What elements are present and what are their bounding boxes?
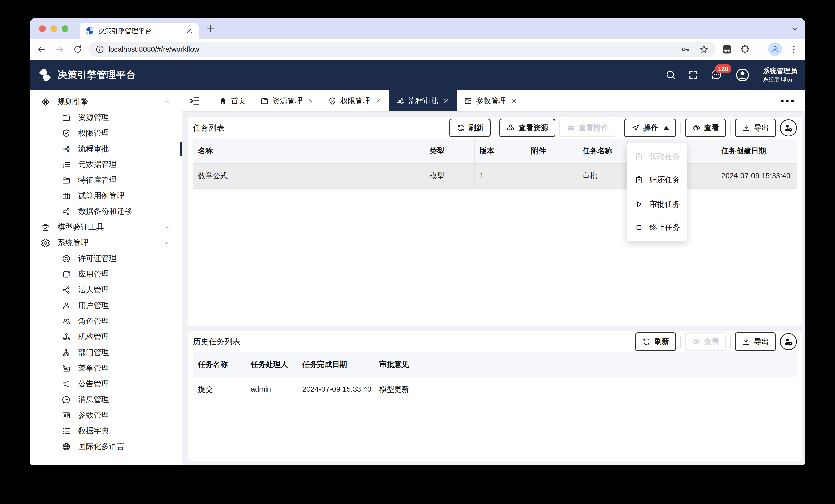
sidebar-item-data-backup-migration[interactable]: 数据备份和迁移 bbox=[30, 204, 182, 219]
briefcase-fill-icon bbox=[566, 124, 575, 132]
sidebar-item-parameter-management[interactable]: 参数管理 bbox=[30, 407, 182, 423]
table-cell: 2024-07-09 15:33:40 bbox=[716, 163, 797, 188]
table-cell bbox=[526, 163, 577, 188]
view-resource-button[interactable]: 查看资源 bbox=[499, 119, 555, 137]
close-tab-icon[interactable] bbox=[186, 27, 193, 35]
messages-button[interactable]: 120 bbox=[710, 68, 722, 82]
menu-item-terminate-task[interactable]: 终止任务 bbox=[627, 216, 687, 239]
view-button: 查看 bbox=[685, 332, 726, 351]
minimize-window-button[interactable] bbox=[50, 25, 57, 32]
sidebar-item-label: 应用管理 bbox=[78, 269, 109, 279]
new-tab-button[interactable] bbox=[205, 24, 216, 34]
zoom-window-button[interactable] bbox=[62, 25, 68, 32]
app-logo-swirl-icon bbox=[38, 67, 53, 82]
folder-icon bbox=[62, 113, 71, 122]
column-settings-button[interactable] bbox=[780, 333, 797, 350]
column-settings-button[interactable] bbox=[780, 120, 797, 136]
bookmark-star-icon[interactable] bbox=[699, 44, 709, 55]
menu-item-return-task[interactable]: 归还任务 bbox=[627, 168, 687, 191]
forward-icon[interactable] bbox=[55, 44, 65, 55]
task-list-panel: 任务列表 刷新查看资源查看附件操作查看导出 名称类型版本附件任务名称任务处理人任… bbox=[188, 117, 802, 326]
download-icon bbox=[742, 124, 750, 132]
close-tab-icon[interactable] bbox=[443, 98, 449, 104]
collapse-sidebar-icon[interactable] bbox=[189, 95, 201, 107]
screenshot-stage: 决策引擎管理平台 localhost:8080/#/re/workflow bbox=[0, 0, 835, 504]
history-toolbar: 刷新查看导出 bbox=[635, 332, 797, 351]
macos-traffic-lights bbox=[39, 25, 68, 32]
search-icon[interactable] bbox=[665, 69, 676, 81]
menu-item-label: 终止任务 bbox=[649, 222, 680, 233]
more-tabs-icon[interactable] bbox=[781, 100, 794, 103]
back-icon[interactable] bbox=[37, 44, 47, 55]
sidebar-item-trial-case-management[interactable]: 试算用例管理 bbox=[30, 188, 182, 204]
address-bar[interactable]: localhost:8080/#/re/workflow bbox=[88, 42, 716, 57]
export-button[interactable]: 导出 bbox=[735, 332, 776, 351]
reload-icon[interactable] bbox=[73, 44, 83, 55]
close-tab-icon[interactable] bbox=[307, 98, 314, 104]
user-role: 系统管理员 bbox=[763, 76, 797, 83]
sidebar-item-feature-library[interactable]: 特征库管理 bbox=[30, 172, 182, 188]
sidebar-item-license-management[interactable]: 许可证管理 bbox=[30, 251, 182, 266]
sidebar: 规则引擎资源管理权限管理流程审批123元数据管理特征库管理试算用例管理数据备份和… bbox=[30, 90, 182, 465]
sidebar-item-i18n-languages[interactable]: 国际化多语言 bbox=[30, 439, 182, 455]
sidebar-item-user-management[interactable]: 用户管理 bbox=[30, 298, 182, 313]
export-button[interactable]: 导出 bbox=[735, 119, 776, 137]
button-label: 查看附件 bbox=[579, 123, 609, 133]
view-button[interactable]: 查看 bbox=[685, 119, 726, 137]
site-info-icon[interactable] bbox=[95, 45, 104, 54]
sidebar-item-permission-management[interactable]: 权限管理 bbox=[30, 125, 182, 141]
menu-item-approve-task[interactable]: 审批任务 bbox=[627, 193, 687, 216]
dept-icon bbox=[62, 348, 71, 357]
refresh-button[interactable]: 刷新 bbox=[449, 119, 490, 137]
tab-resource-management[interactable]: 资源管理 bbox=[253, 90, 321, 111]
tab-label: 流程审批 bbox=[408, 96, 438, 106]
close-tab-icon[interactable] bbox=[375, 98, 382, 104]
tab-home[interactable]: 首页 bbox=[211, 90, 253, 111]
browser-tab[interactable]: 决策引擎管理平台 bbox=[80, 23, 199, 39]
sidebar-item-data-dictionary[interactable]: 数据字典 bbox=[30, 423, 182, 439]
sidebar-section-model-validation-tools[interactable]: 模型验证工具 bbox=[30, 219, 182, 235]
sidebar-item-announcement-management[interactable]: 公告管理 bbox=[30, 376, 182, 392]
column-header: 任务创建日期 bbox=[716, 139, 797, 163]
action-button[interactable]: 操作 bbox=[624, 119, 676, 137]
sidebar-item-legal-entity-management[interactable]: 法人管理 bbox=[30, 282, 182, 298]
sidebar-item-metadata-management[interactable]: 123元数据管理 bbox=[30, 157, 182, 172]
sidebar-item-application-management[interactable]: 应用管理 bbox=[30, 266, 182, 282]
page-tabs: 首页资源管理权限管理流程审批参数管理 bbox=[211, 90, 525, 111]
sidebar-section-rule-engine[interactable]: 规则引擎 bbox=[30, 94, 182, 110]
play-icon bbox=[634, 200, 643, 209]
flower-icon bbox=[41, 97, 50, 107]
sidebar-item-role-management[interactable]: 角色管理 bbox=[30, 313, 182, 329]
sidebar-section-system-management[interactable]: 系统管理 bbox=[30, 235, 182, 251]
chrome-profile-avatar[interactable] bbox=[768, 42, 782, 56]
shield-check-icon bbox=[328, 97, 337, 105]
password-key-icon[interactable] bbox=[680, 44, 691, 55]
chrome-menu-dots-icon[interactable] bbox=[789, 45, 798, 54]
user-avatar-icon[interactable] bbox=[734, 67, 750, 83]
tab-parameter-management[interactable]: 参数管理 bbox=[456, 90, 525, 111]
table-row[interactable]: 数学公式模型1审批2024-07-09 15:33:40 bbox=[193, 163, 797, 188]
toolbar-divider bbox=[619, 122, 620, 134]
tab-search-chevron-icon[interactable] bbox=[790, 24, 799, 33]
close-window-button[interactable] bbox=[39, 25, 46, 32]
sidebar-item-department-management[interactable]: 部门管理 bbox=[30, 345, 182, 360]
tab-permission-management[interactable]: 权限管理 bbox=[321, 90, 389, 111]
stop-icon bbox=[634, 223, 643, 232]
extensions-puzzle-icon[interactable] bbox=[740, 44, 750, 55]
extension-shortcut-icon[interactable] bbox=[721, 44, 733, 55]
sidebar-item-organization-management[interactable]: 机构管理 bbox=[30, 329, 182, 345]
table-cell: 提交 bbox=[193, 377, 245, 402]
tab-workflow-approval[interactable]: 流程审批 bbox=[389, 90, 456, 111]
chevron-up-icon bbox=[163, 240, 170, 246]
table-row[interactable]: 提交admin2024-07-09 15:33:40模型更新 bbox=[193, 377, 797, 402]
sidebar-item-resource-management[interactable]: 资源管理 bbox=[30, 110, 182, 125]
sidebar-item-message-management[interactable]: 消息管理 bbox=[30, 392, 182, 407]
close-tab-icon[interactable] bbox=[511, 98, 517, 104]
fullscreen-icon[interactable] bbox=[688, 70, 698, 80]
tab-label: 资源管理 bbox=[272, 96, 302, 106]
sidebar-item-menu-management[interactable]: 菜单管理 bbox=[30, 360, 182, 376]
globe-icon bbox=[62, 442, 71, 451]
sidebar-item-workflow-approval[interactable]: 流程审批 bbox=[30, 141, 182, 157]
sidebar-item-label: 角色管理 bbox=[78, 316, 109, 327]
refresh-button[interactable]: 刷新 bbox=[635, 332, 676, 351]
